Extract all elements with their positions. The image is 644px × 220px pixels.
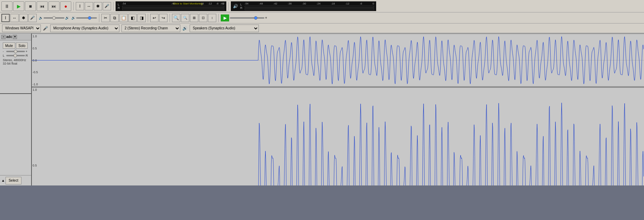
zoom-fit-project-button[interactable]: ⊞ bbox=[190, 14, 198, 22]
solo-button[interactable]: Solo bbox=[16, 42, 28, 49]
waveform-section: 1.0 0.5 0.0 -0.5 -1.0 1.0 0.5 0.0 -0.5 -… bbox=[32, 34, 644, 185]
play-button[interactable]: ▶ bbox=[13, 1, 24, 11]
separator7 bbox=[218, 14, 219, 22]
out-vu-tick-54: -54 bbox=[245, 2, 249, 5]
out-vu-tick-12: -12 bbox=[345, 2, 350, 5]
vol-up-icon: 🔊 bbox=[65, 16, 69, 20]
playback-speed-control[interactable]: + bbox=[230, 16, 267, 20]
vol-down-icon: 🔉 bbox=[39, 16, 43, 20]
undo-button[interactable]: ↩ bbox=[150, 14, 158, 22]
redo-button[interactable]: ↪ bbox=[159, 14, 167, 22]
copy-icon: ⧉ bbox=[113, 16, 116, 20]
device-row: Windows WASAPI 🎤 Microphone Array (Synap… bbox=[0, 23, 644, 33]
select-tool-button[interactable]: ↔ bbox=[85, 2, 93, 10]
mic-input-icon: 🎤 bbox=[105, 4, 109, 8]
play-at-speed-button[interactable]: ▶ bbox=[221, 15, 229, 21]
select-button[interactable]: Select bbox=[6, 177, 21, 184]
vu-tick-54: -54 bbox=[122, 2, 126, 5]
channels-select[interactable]: 2 (Stereo) Recording Chann bbox=[121, 25, 180, 32]
paste-button[interactable]: 📋 bbox=[119, 14, 128, 22]
playback-speed-max: + bbox=[265, 16, 267, 20]
separator2 bbox=[113, 2, 114, 10]
multi-tool2-button[interactable]: ✱ bbox=[19, 14, 28, 22]
main-area: × adc ▼ Mute Solo - + L bbox=[0, 34, 644, 185]
skip-start-icon: ⏮ bbox=[40, 3, 45, 9]
select-tool2-button[interactable]: ↔ bbox=[10, 14, 19, 22]
cut-button[interactable]: ✂ bbox=[101, 14, 110, 22]
zoom-fit-selection-button[interactable]: ⊡ bbox=[199, 14, 207, 22]
zoom-out-icon: 🔍 bbox=[183, 16, 187, 20]
redo-icon: ↪ bbox=[162, 16, 165, 20]
output-lr-label: LR bbox=[240, 3, 243, 10]
zoom-in-icon: 🔍 bbox=[173, 15, 179, 20]
track-sample-rate: Stereo, 48000Hz bbox=[3, 58, 28, 62]
record-icon: ● bbox=[64, 3, 67, 9]
input-device-select[interactable]: Microphone Array (Synaptics Audio) bbox=[50, 25, 119, 32]
mute-button[interactable]: Mute bbox=[3, 42, 15, 49]
separator3 bbox=[228, 2, 229, 10]
output-volume-control[interactable]: 🔊 bbox=[71, 16, 97, 20]
select-arrow-icon: ▲ bbox=[1, 179, 5, 182]
vu-tick-6: -6 bbox=[216, 2, 218, 5]
out-vu-tick-48: -48 bbox=[259, 2, 263, 5]
output-volume-slider[interactable] bbox=[76, 17, 97, 19]
input-volume-slider[interactable] bbox=[44, 17, 64, 19]
silence-icon: ◨ bbox=[140, 16, 144, 20]
track-buttons-ch1: Mute Solo bbox=[1, 42, 30, 49]
out-vu-tick-30: -30 bbox=[302, 2, 306, 5]
mic2-icon: 🎤 bbox=[30, 16, 35, 20]
mic-input-button[interactable]: 🎤 bbox=[103, 2, 111, 10]
host-select[interactable]: Windows WASAPI bbox=[2, 25, 41, 32]
out-vu-tick-6: -6 bbox=[360, 2, 362, 5]
pan-right-label: R bbox=[26, 54, 28, 57]
trim-button[interactable]: ◧ bbox=[128, 14, 137, 22]
multi-tool-button[interactable]: ✱ bbox=[94, 2, 102, 10]
gain-slider[interactable] bbox=[6, 51, 25, 52]
record-button[interactable]: ● bbox=[60, 1, 71, 11]
track-header: × adc ▼ bbox=[0, 34, 31, 40]
track-panel: × adc ▼ Mute Solo - + L bbox=[0, 34, 32, 185]
waveform-canvas-ch1 bbox=[32, 34, 644, 87]
track-close-button[interactable]: × bbox=[1, 35, 6, 39]
input-lr-label: LR bbox=[118, 3, 120, 10]
bottom-select-area: ▲ Select bbox=[0, 175, 31, 185]
input-volume-control[interactable]: 🔉 🔊 bbox=[39, 16, 69, 20]
pan-thumb[interactable] bbox=[13, 54, 17, 57]
dropdown-icon: ▼ bbox=[13, 35, 16, 38]
zoom-in-button[interactable]: 🔍 bbox=[172, 14, 180, 22]
waveform-track-ch2[interactable]: 1.0 0.5 0.0 -0.5 -1.0 bbox=[32, 87, 644, 185]
skip-start-button[interactable]: ⏮ bbox=[37, 1, 48, 11]
playback-speed-slider[interactable] bbox=[230, 17, 264, 19]
multi-icon: ✱ bbox=[96, 4, 100, 9]
mic2-button[interactable]: 🎤 bbox=[28, 14, 37, 22]
stop-button[interactable]: ■ bbox=[25, 1, 36, 11]
cursor2-icon: I bbox=[5, 16, 6, 20]
multi2-icon: ✱ bbox=[22, 16, 25, 20]
cursor-tool2-button[interactable]: I bbox=[1, 14, 10, 22]
waveform-canvas-ch2 bbox=[32, 87, 644, 185]
copy-button[interactable]: ⧉ bbox=[110, 14, 119, 22]
close-icon: × bbox=[3, 35, 4, 38]
pause-button[interactable]: ⏸ bbox=[1, 1, 12, 11]
zoom-toggle-button[interactable]: ↕ bbox=[208, 14, 216, 22]
select-icon: ↔ bbox=[87, 4, 91, 9]
skip-end-button[interactable]: ⏭ bbox=[48, 1, 60, 11]
output-device-select[interactable]: Speakers (Synaptics Audio) bbox=[190, 25, 259, 32]
out-vu-tick-18: -18 bbox=[331, 2, 335, 5]
cut-icon: ✂ bbox=[104, 16, 107, 20]
separator6 bbox=[170, 14, 170, 22]
microphone-icon: 🎤 bbox=[43, 26, 48, 31]
silence-button[interactable]: ◨ bbox=[137, 14, 146, 22]
waveform-track-ch1[interactable]: 1.0 0.5 0.0 -0.5 -1.0 bbox=[32, 34, 644, 87]
zoom-out-button[interactable]: 🔍 bbox=[181, 14, 189, 22]
cursor-tool-button[interactable]: I bbox=[76, 2, 84, 10]
track-bit-depth: 32-bit float bbox=[3, 62, 28, 65]
gain-thumb[interactable] bbox=[14, 50, 17, 53]
pan-slider[interactable] bbox=[6, 55, 25, 56]
cursor-icon: I bbox=[79, 4, 80, 9]
track-dropdown-button[interactable]: ▼ bbox=[13, 35, 17, 39]
separator4 bbox=[99, 14, 99, 22]
select2-icon: ↔ bbox=[12, 16, 17, 20]
vu-tick-0: 0 bbox=[223, 2, 224, 5]
pan-slider-row: L R bbox=[1, 54, 30, 58]
